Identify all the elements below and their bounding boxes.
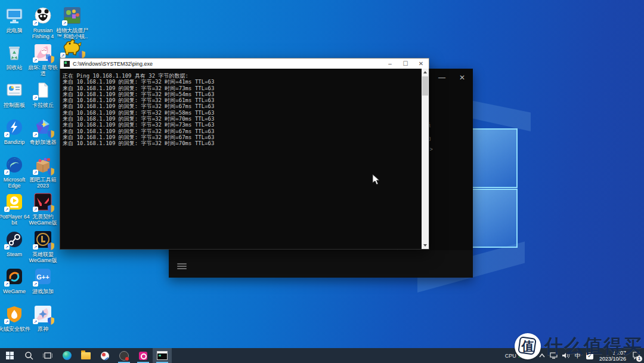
icon-label: 崩坏: 星穹铁道: [26, 64, 60, 76]
plants-vs-zombies-icon: [63, 7, 81, 24]
console-title: C:\Windows\SYSTEM32\ping.exe: [73, 61, 382, 67]
maximize-button[interactable]: ☐: [398, 59, 413, 69]
desktop-icon-microsoft-edge[interactable]: Microsoft Edge: [0, 154, 29, 190]
icon-label: 无畏契约 WeGame版: [26, 214, 60, 226]
window-bottom-panel: [169, 250, 473, 278]
task-view-button[interactable]: [38, 348, 57, 363]
recycle-bin-icon: [5, 44, 23, 61]
task-view-icon: [43, 352, 52, 359]
desktop-icon-kalabiqiu[interactable]: 卡拉彼丘: [29, 79, 57, 115]
shortcut-arrow-icon: [4, 319, 10, 324]
desktop-icon-russian-fishing-4[interactable]: Russian Fishing 4: [29, 5, 57, 41]
hamburger-menu-icon[interactable]: [177, 262, 187, 269]
icon-label: 图吧工具箱 2023: [26, 177, 60, 189]
close-button[interactable]: ✕: [413, 59, 429, 69]
console-line: 来自 10.168.1.109 的回复: 字节=32 时间=73ms TTL=6…: [63, 85, 419, 91]
recorder-icon: [119, 351, 129, 361]
shortcut-arrow-icon: [33, 207, 38, 212]
document-icon: [34, 81, 52, 99]
taskbar-console-button[interactable]: [153, 348, 172, 363]
honkai-star-rail-icon: [34, 44, 52, 61]
minimize-button[interactable]: –: [382, 59, 398, 69]
scroll-down-icon[interactable]: [422, 242, 429, 249]
steam-icon: [5, 230, 23, 248]
security-shield-badge-icon: [48, 205, 54, 213]
desktop-icon-control-panel[interactable]: 控制面板: [0, 79, 29, 115]
close-button[interactable]: ✕: [457, 73, 467, 82]
shortcut-arrow-icon: [33, 281, 38, 287]
desktop-icon-steam[interactable]: Steam: [0, 229, 29, 264]
desktop-icon-bandizip[interactable]: Bandizip: [0, 116, 29, 152]
shortcut-arrow-icon: [60, 53, 66, 58]
scrollbar-thumb[interactable]: [422, 76, 428, 96]
search-button[interactable]: [19, 348, 38, 363]
svg-text:G++: G++: [36, 273, 49, 281]
wallpaper-window-pane: [466, 189, 518, 248]
shortcut-arrow-icon: [4, 207, 10, 212]
console-line: 来自 10.168.1.109 的回复: 字节=32 时间=70ms TTL=6…: [63, 140, 419, 146]
console-title-bar[interactable]: C:\Windows\SYSTEM32\ping.exe – ☐ ✕: [60, 58, 429, 69]
taskbar-file-explorer-button[interactable]: [76, 348, 95, 363]
shortcut-arrow-icon: [33, 57, 38, 63]
windows-logo-icon: [6, 352, 14, 359]
icon-label: 奇妙加速器: [26, 139, 60, 145]
console-line: 来自 10.168.1.109 的回复: 字节=32 时间=67ms TTL=6…: [63, 128, 419, 134]
console-line: 来自 10.168.1.109 的回复: 字节=32 时间=70ms TTL=6…: [63, 116, 419, 122]
watermark-text: 什么值得买: [544, 334, 643, 359]
shortcut-arrow-icon: [62, 20, 67, 26]
console-line: 来自 10.168.1.109 的回复: 字节=32 时间=67ms TTL=6…: [63, 134, 419, 140]
security-shield-badge-icon: [48, 168, 54, 176]
security-shield-badge-icon: [48, 317, 54, 325]
desktop-icon-huorong-security[interactable]: 火绒安全软件: [0, 303, 29, 339]
shortcut-arrow-icon: [33, 170, 38, 175]
desktop-icon-lol-wegame[interactable]: 英雄联盟 WeGame版: [29, 229, 57, 264]
russian-fishing-icon: [34, 7, 52, 24]
scrollbar[interactable]: [422, 69, 429, 249]
console-output-area[interactable]: 正在 Ping 10.168.1.109 具有 32 字节的数据: 来自 10.…: [60, 69, 429, 250]
console-line: 来自 10.168.1.109 的回复: 字节=32 时间=67ms TTL=6…: [63, 103, 419, 109]
console-window-icon: [64, 61, 70, 67]
taskbar-media-app-button[interactable]: [134, 348, 153, 363]
icon-label: 卡拉彼丘: [26, 102, 60, 108]
taskbar-snipping-tool-button[interactable]: [95, 348, 114, 363]
logo-character: 值: [515, 333, 541, 359]
scroll-up-icon[interactable]: [422, 69, 429, 75]
shortcut-arrow-icon: [4, 281, 10, 287]
desktop-icon-qimiao-accelerator[interactable]: 奇妙加速器: [29, 116, 57, 152]
league-of-legends-icon: [34, 230, 52, 248]
desktop-icon-valorant-wegame[interactable]: 无畏契约 WeGame版: [29, 191, 57, 227]
icon-label: 原神: [26, 326, 60, 332]
bandizip-icon: [5, 118, 23, 136]
mouse-cursor: [372, 174, 380, 187]
desktop-icon-genshin[interactable]: 原神: [29, 303, 57, 339]
desktop-icon-gamepp[interactable]: G++ 游戏加加: [29, 266, 57, 302]
shortcut-arrow-icon: [33, 20, 38, 26]
valorant-icon: [34, 193, 52, 211]
minimize-button[interactable]: —: [437, 73, 447, 82]
desktop-icon-tuba-toolbox[interactable]: 图吧工具箱 2023: [29, 154, 57, 190]
huorong-shield-icon: [5, 305, 23, 323]
ping-console-window[interactable]: C:\Windows\SYSTEM32\ping.exe – ☐ ✕ 正在 Pi…: [60, 58, 429, 250]
desktop-icon-this-pc[interactable]: 此电脑: [0, 5, 29, 41]
genshin-icon: [34, 305, 52, 323]
shortcut-arrow-icon: [4, 170, 10, 175]
potplayer-icon: [5, 193, 23, 211]
file-explorer-icon: [81, 352, 91, 359]
smzdm-logo-icon: 值: [515, 333, 541, 359]
yellow-dog-icon: [61, 36, 83, 57]
desktop-icon-honkai-star-rail[interactable]: 崩坏: 星穹铁道: [29, 42, 57, 78]
snipping-tool-icon: [101, 352, 109, 360]
taskbar-edge-button[interactable]: [57, 348, 76, 363]
search-icon: [24, 351, 33, 360]
smzdm-watermark: 值 什么值得买: [515, 333, 643, 359]
desktop-icon-potplayer[interactable]: PotPlayer 64 bit: [0, 191, 29, 227]
this-pc-icon: [5, 7, 23, 24]
edge-icon: [5, 156, 23, 174]
media-app-icon: [139, 352, 147, 360]
desktop-icon-recycle-bin[interactable]: 回收站: [0, 42, 29, 78]
accelerator-gem-icon: [34, 118, 52, 136]
security-shield-badge-icon: [48, 242, 54, 250]
desktop-icon-wegame[interactable]: WeGame: [0, 266, 29, 302]
taskbar-recorder-button[interactable]: [114, 348, 134, 363]
start-button[interactable]: [0, 348, 19, 363]
